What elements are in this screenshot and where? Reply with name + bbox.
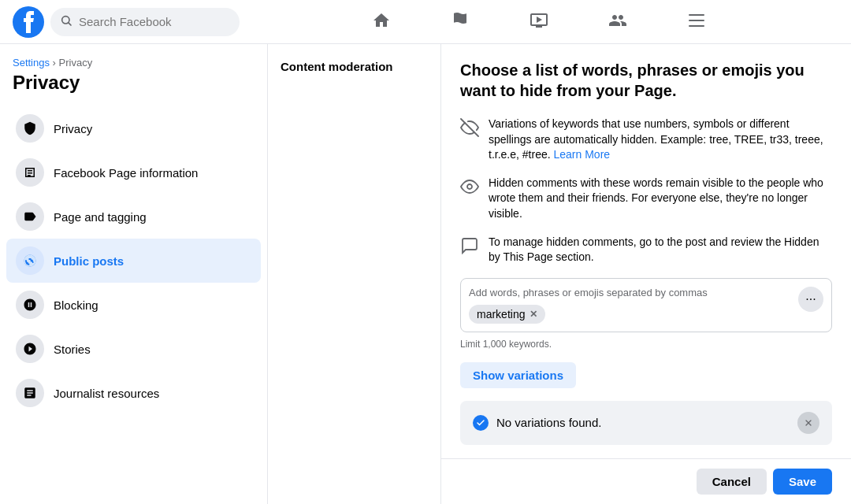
info-hidden-text: Hidden comments with these words remain … <box>489 176 832 222</box>
keyword-limit-text: Limit 1,000 keywords. <box>460 339 832 350</box>
svg-line-2 <box>69 23 71 25</box>
middle-column: Content moderation <box>268 44 441 504</box>
page-layout: Settings › Privacy Privacy Privacy Faceb… <box>0 44 851 504</box>
sidebar-item-label: Privacy <box>54 122 92 135</box>
breadcrumb: Settings › Privacy <box>6 57 261 69</box>
blocking-icon <box>16 291 44 319</box>
no-variations-close-btn[interactable] <box>797 412 819 434</box>
right-panel: Choose a list of words, phrases or emoji… <box>441 44 851 504</box>
eye-slash-icon <box>460 118 479 137</box>
keyword-tags: marketing ✕ <box>469 305 792 324</box>
journalist-icon <box>16 379 44 407</box>
svg-point-5 <box>467 184 472 189</box>
right-panel-title: Choose a list of words, phrases or emoji… <box>460 60 832 101</box>
cancel-button[interactable]: Cancel <box>697 469 767 495</box>
search-bar[interactable] <box>50 8 240 36</box>
nav-home-btn[interactable] <box>342 3 421 41</box>
sidebar-item-page-tagging[interactable]: Page and tagging <box>6 195 261 239</box>
nav-menu-btn[interactable] <box>657 3 736 41</box>
sidebar-item-label: Page and tagging <box>54 210 147 224</box>
show-variations-btn[interactable]: Show variations <box>460 362 576 388</box>
info-row-manage: To manage hidden comments, go to the pos… <box>460 235 832 265</box>
sidebar-title: Privacy <box>6 72 261 94</box>
top-nav <box>0 0 851 44</box>
sidebar-item-label: Facebook Page information <box>54 166 198 180</box>
sidebar-item-label: Public posts <box>54 254 124 268</box>
search-input[interactable] <box>79 15 230 28</box>
keyword-tag-remove-btn[interactable]: ✕ <box>530 309 537 320</box>
check-circle-icon <box>473 415 489 431</box>
info-variations-text: Variations of keywords that use numbers,… <box>489 117 832 163</box>
sidebar-item-label: Journalist resources <box>54 387 159 400</box>
breadcrumb-settings-link[interactable]: Settings <box>13 57 50 69</box>
keyword-input-container: Add words, phrases or emojis separated b… <box>460 278 832 332</box>
bottom-actions: Cancel Save <box>441 458 851 504</box>
privacy-icon <box>16 114 44 143</box>
nav-watch-btn[interactable] <box>500 3 578 41</box>
stories-icon <box>16 335 44 363</box>
sidebar-item-public-posts[interactable]: Public posts <box>6 239 261 283</box>
sidebar-item-page-info[interactable]: Facebook Page information <box>6 150 261 195</box>
comment-icon <box>460 236 479 255</box>
keyword-more-btn[interactable]: ··· <box>798 287 823 312</box>
sidebar-item-privacy[interactable]: Privacy <box>6 106 261 150</box>
sidebar-item-blocking[interactable]: Blocking <box>6 283 261 327</box>
info-row-variations: Variations of keywords that use numbers,… <box>460 117 832 163</box>
keyword-tag-label: marketing <box>477 308 525 321</box>
page-tagging-icon <box>16 202 44 231</box>
sidebar-item-stories[interactable]: Stories <box>6 327 261 371</box>
nav-friends-btn[interactable] <box>578 3 657 41</box>
page-info-icon <box>16 158 44 187</box>
main-content: Content moderation Choose a list of word… <box>268 44 851 504</box>
keyword-tag-marketing: marketing ✕ <box>469 305 545 324</box>
sidebar-item-label: Blocking <box>54 298 98 312</box>
nav-flag-btn[interactable] <box>421 3 500 41</box>
middle-col-title: Content moderation <box>281 60 428 73</box>
search-icon <box>60 14 72 30</box>
sidebar: Settings › Privacy Privacy Privacy Faceb… <box>0 44 268 504</box>
eye-icon <box>460 177 479 196</box>
no-variations-left: No variations found. <box>473 415 601 431</box>
sidebar-item-label: Stories <box>54 343 91 356</box>
info-row-hidden: Hidden comments with these words remain … <box>460 176 832 222</box>
public-posts-icon <box>16 246 44 275</box>
sidebar-item-journalist[interactable]: Journalist resources <box>6 371 261 415</box>
no-variations-panel: No variations found. <box>460 401 832 445</box>
no-variations-text: No variations found. <box>496 416 601 429</box>
facebook-logo[interactable] <box>13 6 44 38</box>
keyword-input-placeholder: Add words, phrases or emojis separated b… <box>469 287 792 298</box>
info-manage-text: To manage hidden comments, go to the pos… <box>489 235 832 265</box>
nav-center-icons <box>342 3 736 41</box>
save-button[interactable]: Save <box>773 469 832 495</box>
keyword-input-inner: Add words, phrases or emojis separated b… <box>469 287 792 324</box>
learn-more-link[interactable]: Learn More <box>554 148 611 161</box>
